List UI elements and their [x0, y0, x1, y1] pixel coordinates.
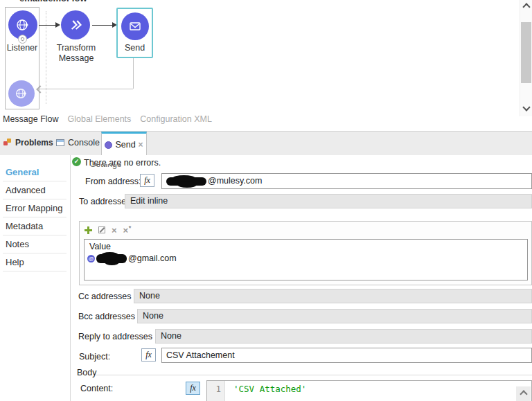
- settings-section-title: Settings: [90, 164, 121, 170]
- message-flow-canvas: emaildemoFlow Listener: [0, 0, 532, 130]
- dataweave-expression[interactable]: 'CSV Attached': [225, 381, 306, 401]
- add-icon[interactable]: [85, 226, 92, 234]
- redacted-text: [166, 177, 206, 186]
- editor-scroll-up-button[interactable]: [516, 386, 531, 401]
- chevron-down-icon: [522, 103, 530, 111]
- subject-fx-button[interactable]: fx: [141, 348, 156, 362]
- envelope-icon: [128, 19, 142, 33]
- tab-global-elements[interactable]: Global Elements: [68, 114, 132, 124]
- listener-label: Listener: [3, 43, 42, 53]
- content-fx-button[interactable]: fx: [186, 382, 200, 395]
- properties-sidebar: General Advanced Error Mapping Metadata …: [0, 155, 71, 401]
- tab-message-flow[interactable]: Message Flow: [3, 114, 59, 124]
- reply-to-addresses-label: Reply to addresses: [78, 332, 152, 341]
- sidebar-item-error-mapping[interactable]: Error Mapping: [0, 199, 70, 217]
- cc-addresses-select[interactable]: None: [134, 289, 532, 303]
- from-address-input[interactable]: @mulesy.com: [161, 173, 532, 189]
- problems-icon: [3, 139, 12, 147]
- from-address-fx-button[interactable]: fx: [140, 174, 154, 187]
- sidebar-item-advanced[interactable]: Advanced: [0, 181, 70, 199]
- console-icon: [56, 139, 64, 146]
- mule-component-icon: [105, 141, 112, 149]
- canvas-scrollbar[interactable]: [520, 0, 532, 116]
- anypoint-studio-window: emaildemoFlow Listener: [0, 0, 532, 401]
- sidebar-item-notes[interactable]: Notes: [0, 235, 70, 253]
- error-connector-horizontal: [39, 89, 133, 89]
- flow-arrow-2: [92, 25, 116, 26]
- sidebar-item-general[interactable]: General: [0, 163, 70, 181]
- general-properties-pane: ✓ There are no errors. Settings From add…: [71, 155, 532, 401]
- sidebar-item-metadata[interactable]: Metadata: [0, 217, 70, 235]
- scroll-up-button[interactable]: [522, 2, 531, 12]
- table-toolbar: × ×: [80, 222, 531, 235]
- chevron-up-icon: [520, 390, 527, 398]
- globe-icon: [15, 87, 28, 100]
- canvas-view-tabs: Message Flow Global Elements Configurati…: [3, 114, 212, 124]
- scrollbar-thumb[interactable]: [521, 22, 531, 83]
- listener-node[interactable]: [8, 10, 37, 39]
- properties-panel-tabbar: Problems Console Send ×: [0, 131, 532, 155]
- line-number-gutter: 1: [207, 381, 225, 401]
- to-addresses-table: Value @ @gmail.com: [84, 239, 528, 280]
- transform-message-label: Transform Message: [48, 43, 105, 64]
- to-addresses-select[interactable]: Edit inline: [125, 194, 532, 208]
- body-section-divider: [95, 375, 532, 375]
- to-addresses-label: To addresses: [79, 197, 130, 206]
- delete-icon[interactable]: ×: [112, 226, 117, 234]
- to-addresses-panel: × × Value @ @gmail.com: [79, 221, 532, 285]
- success-check-icon: ✓: [72, 157, 81, 166]
- content-code-editor[interactable]: 1 'CSV Attached': [206, 380, 532, 401]
- subject-input[interactable]: CSV Attachement: [161, 348, 532, 363]
- redacted-text: [96, 254, 127, 263]
- tab-send-active[interactable]: Send ×: [101, 132, 147, 156]
- send-label: Send: [125, 43, 145, 53]
- flow-arrow-1: [39, 25, 59, 26]
- from-address-label: From address:: [85, 177, 141, 186]
- table-row[interactable]: @ @gmail.com: [85, 253, 527, 263]
- tab-configuration-xml[interactable]: Configuration XML: [140, 114, 212, 124]
- scroll-down-button[interactable]: [522, 103, 531, 112]
- flow-title: emaildemoFlow: [19, 0, 87, 4]
- send-node-circle: [121, 12, 149, 40]
- error-connector-vertical: [133, 57, 134, 89]
- chevron-up-icon: [522, 3, 530, 10]
- close-tab-icon[interactable]: ×: [139, 141, 143, 148]
- tab-console[interactable]: Console: [56, 138, 100, 148]
- email-at-icon: @: [87, 255, 95, 262]
- cc-addresses-label: Cc addresses: [78, 292, 131, 301]
- content-label: Content:: [80, 384, 113, 393]
- send-node-selected[interactable]: Send: [116, 8, 153, 58]
- bcc-addresses-select[interactable]: None: [137, 309, 532, 323]
- properties-editor: General Advanced Error Mapping Metadata …: [0, 155, 532, 401]
- body-section-title: Body: [77, 368, 97, 377]
- bcc-addresses-label: Bcc addresses: [78, 312, 135, 321]
- reply-to-addresses-select[interactable]: None: [155, 329, 532, 344]
- value-column-header: Value: [85, 240, 527, 251]
- delete-all-icon[interactable]: ×: [123, 226, 129, 234]
- edit-icon[interactable]: [98, 226, 105, 233]
- transform-message-node[interactable]: [61, 10, 90, 39]
- error-listener-node[interactable]: [8, 80, 35, 107]
- tab-problems[interactable]: Problems: [3, 138, 53, 148]
- subject-label: Subject:: [79, 352, 110, 362]
- globe-icon: [15, 17, 30, 33]
- sidebar-item-help[interactable]: Help: [0, 253, 70, 271]
- dataweave-icon: [68, 17, 83, 33]
